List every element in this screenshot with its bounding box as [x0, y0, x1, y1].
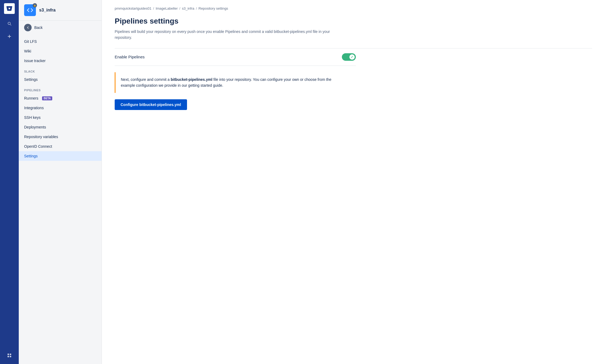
nav-item-label: Deployments [24, 125, 46, 129]
main-content: pmmquickstartguides01 / ImageLabeller / … [102, 0, 605, 364]
sidebar-item-repo-variables[interactable]: Repository variables [19, 132, 102, 142]
breadcrumb-sep-1: / [153, 6, 154, 10]
back-label: Back [34, 25, 43, 30]
breadcrumb-item-1: pmmquickstartguides01 [115, 6, 151, 10]
nav-item-label: Wiki [24, 49, 31, 53]
svg-rect-2 [8, 356, 9, 357]
search-icon[interactable] [4, 18, 15, 29]
nav-item-label: OpenID Connect [24, 144, 52, 149]
create-icon[interactable] [4, 31, 15, 42]
sidebar-item-slack-settings[interactable]: Settings [19, 75, 102, 84]
sidebar-item-issue-tracker[interactable]: Issue tracker [19, 56, 102, 66]
app-logo[interactable] [4, 3, 15, 14]
svg-rect-1 [10, 354, 11, 355]
repo-icon: 🔒 [24, 4, 36, 16]
nav-item-label: Issue tracker [24, 59, 46, 63]
nav-item-label: Settings [24, 77, 38, 82]
sidebar-item-runners[interactable]: Runners BETA [19, 93, 102, 103]
sidebar-header: 🔒 s3_infra [19, 0, 102, 21]
svg-rect-0 [8, 354, 9, 355]
nav-item-label: Git LFS [24, 39, 37, 44]
toggle-check-icon: ✓ [351, 55, 353, 59]
repo-name: s3_infra [39, 8, 55, 13]
nav-item-label: SSH keys [24, 115, 40, 120]
toggle-thumb: ✓ [349, 54, 355, 60]
sidebar-item-deployments[interactable]: Deployments [19, 122, 102, 132]
beta-badge: BETA [42, 96, 52, 100]
sidebar-item-settings[interactable]: Settings [19, 151, 102, 161]
breadcrumb-item-2: ImageLabeller [156, 6, 178, 10]
enable-pipelines-label: Enable Pipelines [115, 55, 145, 59]
enable-pipelines-toggle[interactable]: ✓ [342, 53, 356, 61]
sidebar-item-wiki[interactable]: Wiki [19, 46, 102, 56]
svg-rect-3 [10, 356, 11, 357]
code-icon [27, 7, 33, 13]
nav-item-label: Runners [24, 96, 38, 100]
lock-badge: 🔒 [33, 3, 37, 7]
breadcrumb-sep-2: / [179, 6, 180, 10]
sidebar-nav: Git LFS Wiki Issue tracker SLACK Setting… [19, 35, 102, 364]
sidebar-item-ssh-keys[interactable]: SSH keys [19, 113, 102, 122]
back-button[interactable]: Back [19, 21, 102, 35]
nav-item-label: Integrations [24, 106, 44, 110]
enable-pipelines-row: Enable Pipelines ✓ [115, 48, 356, 66]
nav-item-label: Settings [24, 154, 38, 158]
bitbucket-logo-icon [6, 5, 13, 12]
section-label-pipelines: PIPELINES [19, 84, 102, 93]
configure-button[interactable]: Configure bitbucket-pipelines.yml [115, 99, 187, 110]
back-circle-icon [24, 24, 32, 31]
sidebar-item-integrations[interactable]: Integrations [19, 103, 102, 113]
info-box: Next, configure and commit a bitbucket-p… [115, 72, 345, 93]
sidebar: 🔒 s3_infra Back Git LFS Wiki Issue track… [19, 0, 102, 364]
breadcrumb: pmmquickstartguides01 / ImageLabeller / … [115, 6, 592, 10]
breadcrumb-item-3: s3_infra [182, 6, 194, 10]
grid-icon[interactable] [4, 350, 15, 361]
page-description: Pipelines will build your repository on … [115, 29, 345, 41]
info-text: Next, configure and commit a bitbucket-p… [121, 77, 340, 89]
page-title: Pipelines settings [115, 17, 592, 25]
section-label-slack: SLACK [19, 66, 102, 75]
breadcrumb-sep-3: / [196, 6, 197, 10]
nav-item-label: Repository variables [24, 135, 58, 139]
sidebar-item-openid[interactable]: OpenID Connect [19, 142, 102, 151]
sidebar-item-git-lfs[interactable]: Git LFS [19, 37, 102, 46]
info-text-before: Next, configure and commit a [121, 77, 171, 82]
toggle-track: ✓ [342, 53, 356, 61]
breadcrumb-item-4: Repository settings [199, 6, 228, 10]
info-filename: bitbucket-pipelines.yml [171, 77, 212, 82]
global-nav [0, 0, 19, 364]
